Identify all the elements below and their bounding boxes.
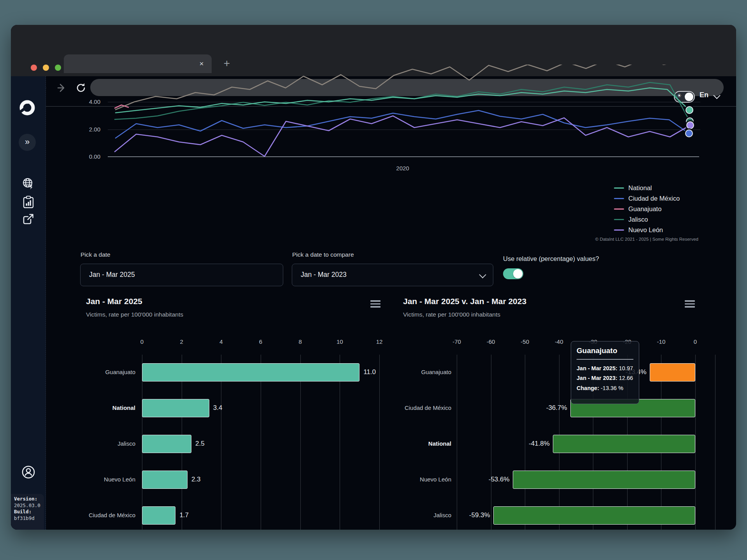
value-label-4: -59.3% <box>431 511 490 519</box>
legend-swatch <box>614 219 624 220</box>
legend-label: Jalisco <box>628 216 648 223</box>
bar-row-3[interactable] <box>142 471 188 489</box>
user-avatar-icon[interactable] <box>20 464 37 480</box>
category-label-0: Guanajuato <box>46 369 135 375</box>
date-select-value: Jan - Mar 2025 <box>89 271 135 279</box>
version-panel: Version: 2025.03.0 Build: bf31b9d <box>11 494 44 530</box>
compare-select[interactable]: Jan - Mar 2023 <box>292 264 493 286</box>
line-chart <box>93 65 704 159</box>
bar-row-0[interactable] <box>650 363 695 382</box>
axis-tick-label: 0 <box>130 338 154 345</box>
value-label-1: 3.4 <box>213 404 223 412</box>
compare-picker-label: Pick a date to compare <box>292 251 354 258</box>
series-end-dot-ciudad-de-mexico <box>686 130 693 137</box>
tooltip-title: Guanajuato <box>577 346 633 355</box>
compare-select-value: Jan - Mar 2023 <box>301 271 347 279</box>
legend-swatch <box>614 229 624 231</box>
category-label-3: Nuevo León <box>46 476 135 483</box>
line-series-jalisco <box>115 82 690 121</box>
tooltip-row-2: Change: -13.36 % <box>577 383 633 394</box>
axis-tick-label: -10 <box>649 338 673 345</box>
globe-energy-icon[interactable] <box>21 176 35 191</box>
window-close-button[interactable] <box>31 65 37 71</box>
legend-item-3[interactable]: Jalisco <box>614 214 680 225</box>
series-end-dot-nuevo-leon <box>687 122 694 129</box>
bar-row-4[interactable] <box>142 506 175 525</box>
relative-toggle-knob[interactable] <box>513 269 523 278</box>
forward-button[interactable] <box>54 81 68 95</box>
value-label-1: -36.7% <box>508 404 567 412</box>
date-picker-label: Pick a date <box>81 251 110 258</box>
date-select[interactable]: Jan - Mar 2025 <box>80 264 283 286</box>
sidebar-expand-button[interactable]: » <box>19 134 36 151</box>
browser-window: × + » <box>11 25 736 530</box>
right-chart-subtitle: Victims, rate per 100'000 inhabitants <box>403 311 500 318</box>
line-series-guanajuato-trend-desaturated <box>116 65 689 110</box>
axis-tick-label: 8 <box>289 338 312 345</box>
line-series-national <box>116 88 689 113</box>
axis-tick-label: 4 <box>209 338 233 345</box>
axis-tick-label: 12 <box>368 338 391 345</box>
report-clipboard-icon[interactable] <box>22 195 35 209</box>
bar-row-1[interactable] <box>142 399 209 417</box>
relative-toggle-label: Use relative (percentage) values? <box>503 255 599 262</box>
legend-label: Nuevo León <box>628 226 663 234</box>
value-label-0: -13.4% <box>587 368 647 376</box>
axis-tick-label: -20 <box>615 338 639 345</box>
value-label-3: 2.3 <box>191 476 201 483</box>
gridline <box>457 355 457 530</box>
value-label-4: 1.7 <box>179 511 189 519</box>
value-label-3: -53.6% <box>451 476 510 483</box>
external-link-icon[interactable] <box>22 213 35 225</box>
axis-tick-label: 2 <box>170 338 193 345</box>
category-label-1: Ciudad de México <box>362 404 451 411</box>
gridline <box>695 355 696 530</box>
axis-tick-label: -40 <box>547 338 571 345</box>
window-minimize-button[interactable] <box>43 65 49 71</box>
tooltip-divider <box>577 359 633 360</box>
category-label-4: Ciudad de México <box>46 512 135 518</box>
bar-row-3[interactable] <box>513 471 695 489</box>
copyright-text: © DataInt LLC 2021 - 2025 | Some Rights … <box>543 237 698 242</box>
bar-row-2[interactable] <box>142 435 191 453</box>
legend-label: National <box>628 184 652 192</box>
series-end-dot-national <box>686 107 693 114</box>
right-chart-menu-button[interactable] <box>685 300 695 308</box>
bar-row-1[interactable] <box>570 399 695 417</box>
bar-row-0[interactable] <box>142 363 359 382</box>
plot-edge-line <box>715 355 715 530</box>
app-logo-icon[interactable] <box>19 100 35 116</box>
window-zoom-button[interactable] <box>55 65 61 71</box>
relative-values-toggle[interactable] <box>503 268 523 279</box>
line-series-ciudad-de-mexico <box>116 110 689 138</box>
bar-row-2[interactable] <box>553 435 695 453</box>
left-chart-subtitle: Victims, rate per 100'000 inhabitants <box>86 311 183 318</box>
tooltip-row-label: Change: <box>577 385 599 391</box>
category-label-2: Jalisco <box>46 440 135 447</box>
legend-swatch <box>614 187 624 189</box>
left-chart-menu-button[interactable] <box>370 300 381 308</box>
build-value: bf31b9d <box>14 515 35 521</box>
value-label-2: -41.8% <box>491 440 550 448</box>
legend-item-4[interactable]: Nuevo León <box>614 225 680 235</box>
legend-item-0[interactable]: National <box>614 183 680 193</box>
bar-row-4[interactable] <box>493 506 695 525</box>
right-chart-title: Jan - Mar 2025 v. Jan - Mar 2023 <box>403 297 526 306</box>
axis-tick-label: 0 <box>684 338 707 345</box>
version-value: 2025.03.0 <box>14 502 40 508</box>
left-chart-title: Jan - Mar 2025 <box>86 297 142 306</box>
legend-swatch <box>614 208 624 210</box>
axis-tick-label: -50 <box>513 338 537 345</box>
legend-item-2[interactable]: Guanajuato <box>614 204 680 214</box>
legend-swatch <box>614 198 624 200</box>
reload-button[interactable] <box>74 81 88 95</box>
legend-label: Guanajuato <box>628 205 661 213</box>
category-label-1: National <box>46 404 135 411</box>
x-tick-2020: 2020 <box>389 165 416 172</box>
axis-tick-label: 6 <box>249 338 272 345</box>
legend-item-1[interactable]: Ciudad de México <box>614 193 680 204</box>
browser-menu-button[interactable] <box>735 82 736 94</box>
value-label-2: 2.5 <box>195 440 205 448</box>
axis-tick-label: -30 <box>581 338 605 345</box>
axis-tick-label: -60 <box>479 338 503 345</box>
